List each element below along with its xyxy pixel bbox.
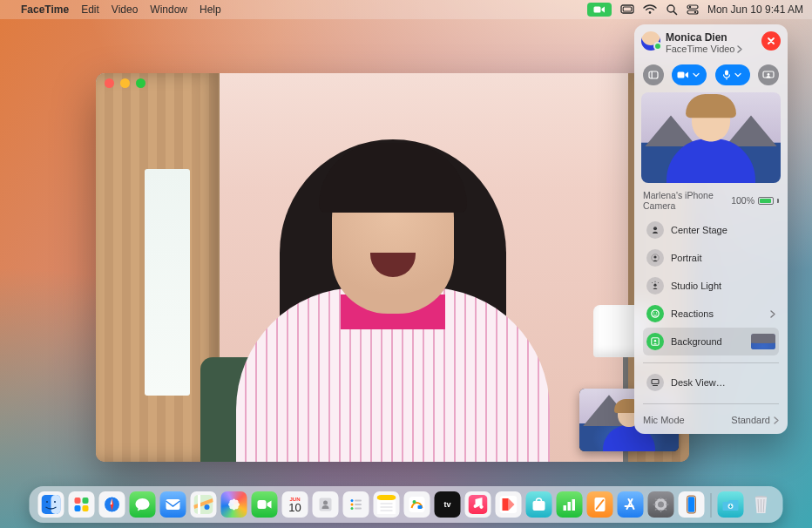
svg-rect-2 <box>623 7 632 11</box>
dock-app-calendar[interactable]: JUN 10 <box>282 491 308 518</box>
menubar-app-name[interactable]: FaceTime <box>21 3 69 16</box>
option-center-stage[interactable]: Center Stage <box>643 216 779 244</box>
svg-rect-38 <box>83 505 89 511</box>
remote-participant <box>210 96 576 462</box>
panel-header[interactable]: Monica Dien FaceTime Video <box>634 24 788 61</box>
dock-app-photos[interactable] <box>221 491 247 518</box>
studio-light-icon <box>646 277 664 294</box>
dock-app-maps[interactable] <box>191 491 217 518</box>
svg-line-84 <box>665 508 667 510</box>
dock-app-news[interactable] <box>496 491 522 518</box>
svg-point-20 <box>653 284 656 287</box>
menubar-clock[interactable]: Mon Jun 10 9:41 AM <box>707 3 803 16</box>
dock-downloads[interactable] <box>718 491 744 518</box>
svg-point-33 <box>46 501 48 503</box>
svg-rect-71 <box>568 502 572 511</box>
svg-point-24 <box>652 310 659 317</box>
svg-line-23 <box>658 282 659 283</box>
camera-battery: 100% <box>731 195 779 206</box>
option-desk-view[interactable]: Desk View… <box>643 369 779 396</box>
menubar-item-video[interactable]: Video <box>112 3 138 16</box>
battery-pct: 100% <box>731 195 754 206</box>
dock-app-reminders[interactable] <box>343 491 369 518</box>
dock-app-finder[interactable] <box>38 491 64 518</box>
dock-app-freeform[interactable] <box>404 491 430 518</box>
end-call-button[interactable] <box>761 31 781 51</box>
dock-app-pages[interactable] <box>587 491 613 518</box>
facetime-status-menubar-icon[interactable] <box>587 3 612 17</box>
svg-rect-0 <box>593 7 600 13</box>
screen-mirroring-menubar-icon[interactable] <box>620 4 634 15</box>
menubar-item-edit[interactable]: Edit <box>81 3 99 16</box>
svg-line-83 <box>655 499 657 501</box>
background-thumbnail <box>751 334 775 349</box>
menubar-item-window[interactable]: Window <box>150 3 187 16</box>
background-icon <box>646 333 664 350</box>
dock-app-contacts[interactable] <box>313 491 339 518</box>
dock-app-messages[interactable] <box>130 491 156 518</box>
mic-mode-row[interactable]: Mic Mode Standard <box>634 408 788 434</box>
window-zoom-button[interactable] <box>136 78 145 88</box>
svg-rect-35 <box>75 498 81 504</box>
option-label: Reactions <box>671 308 714 319</box>
dock-app-mail[interactable] <box>160 491 186 518</box>
wifi-menubar-icon[interactable] <box>643 4 657 15</box>
svg-rect-13 <box>725 71 728 76</box>
option-label: Desk View… <box>671 377 726 388</box>
call-type-label: FaceTime Video <box>666 44 734 54</box>
microphone-toggle-button[interactable] <box>715 64 750 85</box>
svg-line-85 <box>665 499 667 501</box>
svg-point-53 <box>351 499 354 502</box>
divider <box>643 403 779 404</box>
spotlight-menubar-icon[interactable] <box>666 3 678 16</box>
option-label: Center Stage <box>671 225 727 235</box>
reactions-icon <box>646 305 664 322</box>
menubar-item-help[interactable]: Help <box>200 3 221 16</box>
facetime-window <box>96 73 689 462</box>
svg-point-16 <box>768 73 770 76</box>
svg-point-25 <box>653 312 654 313</box>
svg-point-28 <box>654 340 657 342</box>
dock-app-launchpad[interactable] <box>69 491 95 518</box>
dock-app-appstore[interactable] <box>618 491 644 518</box>
option-portrait[interactable]: Portrait <box>643 244 779 272</box>
dock-app-numbers[interactable] <box>557 491 583 518</box>
option-reactions[interactable]: Reactions <box>643 300 779 328</box>
dock-app-settings[interactable] <box>648 491 674 518</box>
svg-rect-29 <box>652 380 659 384</box>
dock-app-iphone-mirroring[interactable] <box>679 491 705 518</box>
dock-app-notes[interactable] <box>374 491 400 518</box>
dock-app-tv[interactable]: tv <box>435 491 461 518</box>
dock-app-appstore-alt[interactable] <box>526 491 552 518</box>
window-minimize-button[interactable] <box>120 78 130 88</box>
svg-rect-54 <box>355 500 362 502</box>
call-type-row: FaceTime Video <box>666 44 742 54</box>
svg-line-86 <box>655 508 657 510</box>
svg-point-9 <box>694 11 696 13</box>
svg-rect-64 <box>409 497 425 512</box>
svg-rect-8 <box>687 10 698 14</box>
svg-rect-32 <box>51 495 61 514</box>
share-screen-button[interactable] <box>758 64 779 85</box>
option-studio-light[interactable]: Studio Light <box>643 272 779 300</box>
window-close-button[interactable] <box>105 78 114 88</box>
control-center-menubar-icon[interactable] <box>687 4 699 15</box>
svg-rect-70 <box>564 505 567 511</box>
svg-point-52 <box>323 501 328 505</box>
calendar-day: 10 <box>288 502 301 513</box>
desktop: FaceTime Edit Video Window Help Mon Jun … <box>0 0 812 528</box>
portrait-icon <box>646 249 664 267</box>
svg-rect-72 <box>572 499 576 511</box>
window-titlebar <box>96 73 689 92</box>
svg-line-22 <box>652 282 653 283</box>
video-decor <box>145 169 190 396</box>
svg-point-65 <box>413 500 416 504</box>
camera-source-label: Marlena's iPhone Camera <box>643 190 731 211</box>
dock-app-music[interactable] <box>465 491 491 518</box>
dock-app-safari[interactable] <box>99 491 125 518</box>
dock-trash[interactable] <box>748 491 775 518</box>
mic-mode-value: Standard <box>731 415 770 425</box>
option-background[interactable]: Background <box>643 328 779 355</box>
dock-app-facetime[interactable] <box>252 491 278 518</box>
chevron-right-icon <box>774 416 779 424</box>
